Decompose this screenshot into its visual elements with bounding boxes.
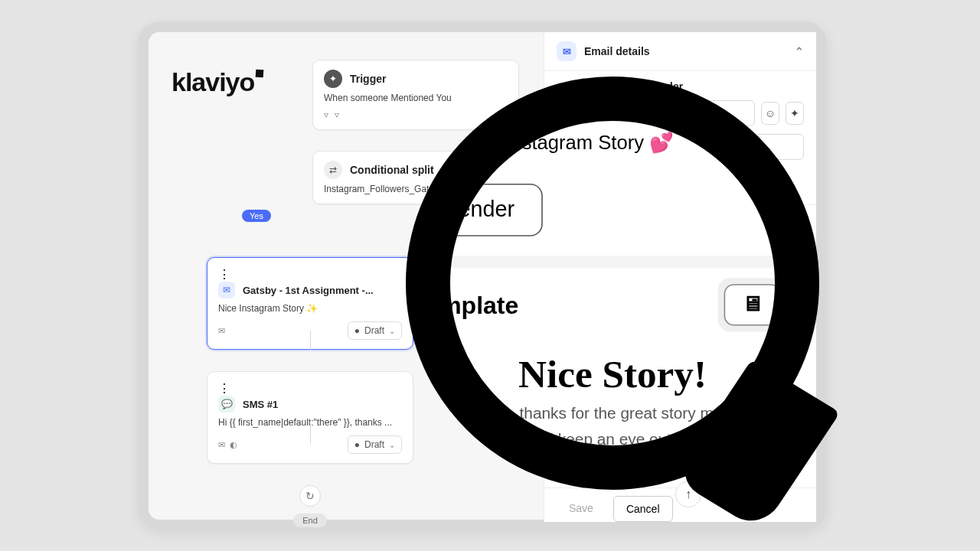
- flow-filter-icon: ▿: [335, 109, 339, 120]
- email-card-sub: Nice Instagram Story ✨: [218, 303, 402, 314]
- trigger-node[interactable]: ✦ Trigger When someone Mentioned You ▿▿: [312, 60, 519, 130]
- dot-icon: ●: [354, 439, 360, 450]
- email-status-label: Draft: [364, 325, 384, 336]
- loop-icon[interactable]: ↻: [299, 485, 321, 507]
- chevron-down-icon: ⌄: [389, 441, 395, 449]
- trigger-desc: When someone Mentioned You: [324, 93, 508, 103]
- emoji-button[interactable]: ☺: [761, 102, 779, 125]
- email-icon: ✉: [557, 41, 577, 61]
- email-icon: ✉: [218, 282, 235, 298]
- send-icon: ✉: [218, 440, 225, 450]
- mag-desktop-toggle[interactable]: 🖥: [724, 284, 775, 325]
- section-title: Subject and sender: [584, 80, 683, 93]
- chevron-down-icon: ⌄: [389, 327, 395, 335]
- email-card-title: Gatsby - 1st Assignment -...: [243, 285, 374, 296]
- end-pill: End: [293, 514, 327, 527]
- mag-preview-heading: Nice Story!: [450, 351, 775, 396]
- action-column: ⋮ ✉ Gatsby - 1st Assignment -... Nice In…: [207, 257, 413, 527]
- viewport: klaviyo ✦ Trigger When someone Mentioned…: [0, 0, 980, 551]
- brand-mark-icon: [256, 70, 264, 78]
- email-chip-icon: ✉: [218, 326, 225, 336]
- branch-yes-pill: Yes: [242, 210, 271, 222]
- scroll-top-button[interactable]: ↑: [675, 481, 701, 507]
- section-title: Email details: [584, 45, 650, 57]
- brand-logo: klaviyo: [172, 67, 262, 97]
- trigger-meta-icons: ▿▿: [324, 109, 508, 120]
- mag-template-label: Template: [450, 291, 518, 319]
- mag-device-toggle: 🖥 📱: [718, 278, 775, 331]
- section-email-details[interactable]: ✉ Email details ⌃: [544, 32, 816, 71]
- envelope-icon: ✉: [557, 80, 577, 93]
- save-button[interactable]: Save: [557, 496, 606, 522]
- filter-icon: ▿: [324, 109, 328, 120]
- split-icon: ⇄: [324, 161, 342, 179]
- sms-icon: 💬: [218, 396, 235, 412]
- bolt-icon: ✦: [324, 70, 342, 88]
- ai-button[interactable]: ✦: [786, 102, 804, 125]
- cancel-button[interactable]: Cancel: [613, 496, 673, 522]
- chevron-up-icon[interactable]: ⌃: [795, 45, 804, 57]
- sms-status-label: Draft: [364, 439, 384, 450]
- sms-card[interactable]: ⋮ 💬 SMS #1 Hi {{ first_name|default:"the…: [207, 371, 413, 464]
- sms-card-title: SMS #1: [243, 399, 278, 410]
- dot-icon: ●: [354, 325, 360, 336]
- flow-end: ↻ End: [207, 485, 413, 527]
- more-icon[interactable]: ⋮: [218, 268, 230, 281]
- more-icon[interactable]: ⋮: [218, 382, 230, 395]
- trigger-title: Trigger: [350, 73, 386, 85]
- clock-icon: ◐: [230, 440, 237, 450]
- split-title: Conditional split: [350, 164, 434, 176]
- magnifier-lens: …view text Thanks for the Instagram Stor…: [450, 121, 775, 445]
- email-status-select[interactable]: ● Draft ⌄: [348, 321, 402, 340]
- mobile-toggle[interactable]: 📱: [770, 217, 801, 240]
- sms-chip-icons: ✉◐: [218, 440, 237, 450]
- brand-text: klaviyo: [172, 67, 254, 96]
- sms-status-select[interactable]: ● Draft ⌄: [348, 435, 402, 454]
